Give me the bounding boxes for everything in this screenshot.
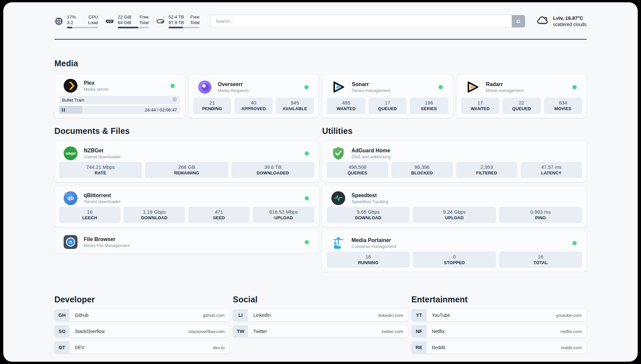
social-links-column: Social LI LinkedIn linkedin.com TW Twitt…: [233, 295, 408, 353]
free-label: Free: [139, 14, 149, 20]
memory-total-value: 64 GiB: [118, 20, 131, 25]
nzbget-icon: nzbget: [64, 146, 77, 160]
stat-tile: 0.993 ms PING: [499, 207, 582, 223]
entertainment-section-title: Entertainment: [412, 295, 587, 304]
media-section-title: Media: [54, 59, 587, 68]
sonarr-icon: [332, 80, 346, 94]
status-dot: [439, 85, 443, 89]
search-bar: G: [211, 15, 525, 28]
now-playing-title: Bullet Train: [62, 98, 172, 103]
disk-stat-widget: 52.4 TB 97.9 TB Free Total: [156, 14, 199, 28]
cpu-label: CPU: [88, 14, 98, 20]
portainer-icon: [331, 236, 345, 250]
playback-time: 24:44 / 02:06:47: [145, 107, 177, 112]
app-card-radarr[interactable]: Radarr Movie management 17 WANTED 22 QUE…: [457, 75, 587, 118]
memory-progress-bar: [118, 27, 149, 28]
stat-tile: 9.24 Gbps UPLOAD: [413, 207, 496, 223]
memory-icon: [105, 17, 114, 26]
stat-tile: 21 PENDING: [193, 98, 231, 114]
disk-values: 52.4 TB 97.9 TB: [168, 14, 184, 25]
link-dev[interactable]: DT DEV dev.to: [54, 342, 229, 353]
cloud-icon: [536, 14, 549, 28]
link-badge: YT: [412, 309, 427, 321]
cpu-icon: [54, 17, 63, 26]
utilities-column: Utilities: [322, 126, 587, 272]
app-card-speedtest[interactable]: Speedtest Speedtest Tracking 9.65 Gbps D…: [322, 186, 587, 227]
total-label: Total: [139, 20, 149, 25]
stat-tile: 498,508 QUERIES: [327, 162, 388, 178]
app-card-qbittorrent[interactable]: qb qBittorrent Torrent downloader 16 LEE…: [54, 186, 319, 227]
status-dot: [305, 196, 309, 200]
qbittorrent-icon: qb: [64, 191, 77, 205]
status-dot: [305, 240, 309, 244]
link-linkedin[interactable]: LI LinkedIn linkedin.com: [233, 309, 408, 321]
link-badge: GH: [54, 309, 70, 321]
session-camera-icon: [172, 97, 177, 103]
stat-tile: 618.52 Mbps UPLOAD: [253, 207, 314, 223]
link-youtube[interactable]: YT YouTube youtube.com: [412, 309, 587, 321]
app-subtitle: Media File Management: [84, 243, 298, 248]
link-badge: SO: [54, 325, 70, 337]
stat-tile: 0 STOPPED: [413, 252, 496, 268]
app-name: NZBGet: [84, 147, 298, 154]
link-badge: DT: [54, 342, 70, 353]
app-subtitle: Speedtest Tracking: [351, 199, 577, 204]
weather-widget[interactable]: Lviv, 16.87°C scattered clouds: [536, 14, 587, 28]
documents-section-title: Documents & Files: [54, 126, 319, 136]
overseerr-icon: [198, 80, 212, 94]
app-name: Plex: [84, 79, 164, 86]
app-name: Media Portainer: [351, 237, 566, 244]
app-card-overseerr[interactable]: Overseerr Media Requests 21 PENDING 40 A…: [189, 75, 319, 118]
app-name: qBittorrent: [84, 192, 298, 199]
app-card-plex[interactable]: Plex Media server Bullet Train 24:44 / 0…: [54, 75, 185, 118]
app-subtitle: Torrent downloader: [84, 199, 298, 204]
stat-tile: 266 GB REMAINING: [145, 162, 228, 178]
app-card-nzbget[interactable]: nzbget NZBGet Usenet downloader 744.21 M…: [54, 141, 319, 182]
adguard-icon: [331, 146, 345, 160]
link-reddit[interactable]: RE Reddit reddit.com: [412, 342, 587, 353]
stat-tile: 834 MOVIES: [544, 98, 582, 114]
app-name: Radarr: [486, 81, 566, 88]
now-playing-row: Bullet Train: [59, 96, 180, 104]
app-name: Sonarr: [352, 81, 432, 88]
radarr-icon: [466, 80, 480, 94]
cpu-labels: CPU Load: [88, 14, 98, 25]
stat-tile: 196 SERIES: [410, 98, 448, 114]
memory-values: 22 GiB 64 GiB: [118, 14, 131, 25]
search-engine-button[interactable]: G: [512, 15, 525, 27]
cpu-values: 17% 3.2: [67, 14, 76, 25]
search-input[interactable]: [211, 15, 525, 28]
link-twitter[interactable]: TW Twitter twitter.com: [233, 325, 408, 337]
stat-tile: 9.65 Gbps DOWNLOAD: [327, 207, 410, 223]
app-card-filebrowser[interactable]: File Browser Media File Management: [54, 231, 319, 253]
social-section-title: Social: [233, 295, 408, 304]
app-subtitle: Container management: [351, 244, 566, 249]
cpu-load-value: 3.2: [67, 20, 76, 25]
dashboard-page: 17% 3.2 CPU Load: [3, 2, 638, 362]
status-dot: [170, 84, 175, 88]
app-name: Overseerr: [218, 81, 298, 88]
stat-tile: 17 WANTED: [461, 98, 500, 114]
entertainment-links-column: Entertainment YT YouTube youtube.com NF …: [412, 295, 587, 353]
stat-tile: 16 TOTAL: [499, 252, 582, 268]
disk-total-value: 97.9 TB: [168, 20, 184, 25]
header-divider: [54, 39, 587, 40]
plex-icon: [64, 79, 77, 93]
pause-icon: [62, 108, 65, 112]
stat-tile: 471 SEED: [188, 207, 250, 223]
free-label: Free: [190, 14, 199, 20]
link-stackoverflow[interactable]: SO StackOverflow stackoverflow.com: [54, 325, 229, 337]
app-card-adguard[interactable]: AdGuard Home DNS and adblocking 498,508 …: [322, 141, 587, 182]
cpu-progress-bar: [67, 27, 98, 28]
weather-location-temp: Lviv, 16.87°C: [553, 15, 587, 21]
app-card-sonarr[interactable]: Sonarr Series management 485 WANTED 17 Q…: [322, 75, 453, 118]
stat-tile: 1.19 Gbps DOWNLOAD: [124, 207, 185, 223]
link-github[interactable]: GH Github github.com: [54, 309, 229, 321]
playback-progress-bar: 24:44 / 02:06:47: [59, 106, 180, 114]
app-subtitle: Usenet downloader: [84, 154, 298, 160]
link-netflix[interactable]: NF Netflix netflix.com: [412, 325, 587, 337]
stat-tile: 86,396 BLOCKED: [391, 162, 453, 178]
stat-tile: 945 AVAILABLE: [276, 98, 314, 114]
stat-tile: 22 QUEUED: [503, 98, 541, 114]
app-card-portainer[interactable]: Media Portainer Container management 16 …: [322, 231, 587, 272]
